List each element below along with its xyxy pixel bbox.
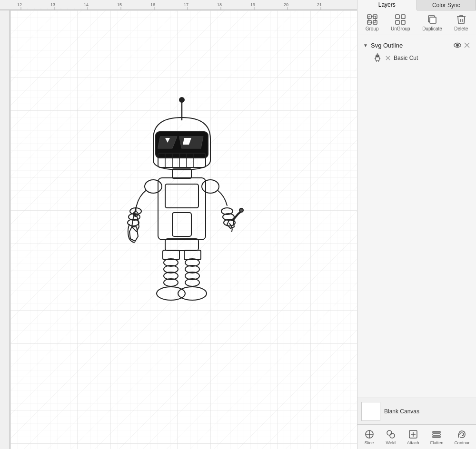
svg-text:13: 13	[50, 2, 55, 7]
svg-rect-61	[165, 239, 198, 251]
contour-button[interactable]: Contour	[452, 427, 471, 447]
svg-point-50	[145, 180, 162, 193]
svg-point-67	[157, 287, 185, 300]
ruler-top: 12 13 14 15 16 17 18 19 20 21	[0, 0, 357, 10]
slice-icon	[364, 429, 375, 439]
canvas-thumbnail-section: Blank Canvas	[357, 398, 476, 424]
svg-point-93	[377, 54, 378, 55]
layers-section: ▼ Svg Outline	[357, 35, 476, 398]
svg-rect-79	[396, 15, 399, 19]
canvas-thumbnail[interactable]	[361, 402, 380, 421]
svg-point-56	[202, 180, 219, 193]
canvas-area: 12 13 14 15 16 17 18 19 20 21	[0, 0, 357, 449]
svg-rect-109	[433, 434, 440, 435]
contour-icon	[456, 429, 467, 439]
robot-image[interactable]	[106, 91, 258, 339]
svg-point-60	[239, 208, 243, 212]
svg-rect-80	[401, 15, 405, 19]
delete-icon	[456, 14, 467, 25]
svg-text:14: 14	[84, 2, 89, 7]
attach-icon	[408, 429, 418, 439]
tab-layers[interactable]: Layers	[357, 0, 417, 10]
svg-text:16: 16	[150, 2, 155, 7]
svg-rect-68	[184, 250, 201, 260]
svg-text:18: 18	[217, 2, 222, 7]
svg-point-106	[390, 433, 395, 438]
svg-point-88	[456, 44, 459, 47]
svg-rect-110	[433, 436, 440, 438]
svg-rect-81	[396, 20, 399, 24]
svg-outline-group: ▼ Svg Outline	[357, 37, 476, 67]
flatten-button[interactable]: Flatten	[428, 427, 446, 447]
grid-canvas[interactable]	[10, 10, 357, 449]
svg-rect-84	[430, 17, 436, 23]
delete-button[interactable]: Delete	[451, 12, 471, 33]
svg-text:12: 12	[17, 2, 22, 7]
svg-point-73	[178, 287, 207, 300]
toolbar-row: Group UnGroup Duplicate	[357, 10, 476, 35]
basic-cut-icon	[373, 53, 382, 63]
attach-button[interactable]: Attach	[405, 427, 421, 447]
group-icon	[367, 14, 378, 25]
panel-tabs: Layers Color Sync	[357, 0, 476, 10]
weld-button[interactable]: Weld	[384, 427, 398, 447]
svg-text:17: 17	[184, 2, 188, 7]
slice-button[interactable]: Slice	[362, 427, 377, 447]
svg-rect-62	[163, 250, 179, 260]
ungroup-icon	[395, 14, 406, 25]
svg-point-38	[179, 98, 184, 102]
svg-rect-78	[369, 16, 376, 23]
close-layer-icon[interactable]	[464, 42, 470, 49]
svg-rect-74	[367, 15, 371, 19]
svg-rect-77	[373, 20, 377, 24]
duplicate-icon	[426, 14, 438, 25]
duplicate-button[interactable]: Duplicate	[419, 12, 445, 33]
group-button[interactable]: Group	[363, 12, 382, 33]
ruler-left	[0, 10, 10, 449]
svg-rect-76	[367, 20, 371, 24]
svg-rect-75	[373, 15, 377, 19]
tab-color-sync[interactable]: Color Sync	[417, 0, 476, 10]
svg-text:20: 20	[284, 2, 288, 7]
expand-arrow-icon: ▼	[363, 43, 369, 48]
svg-rect-82	[401, 20, 405, 24]
close-item-icon[interactable]	[385, 55, 391, 61]
flatten-icon	[431, 429, 442, 439]
svg-text:19: 19	[250, 2, 255, 7]
basic-cut-layer-item[interactable]: Basic Cut	[361, 51, 472, 65]
svg-rect-48	[165, 184, 198, 208]
svg-rect-49	[172, 213, 191, 236]
ungroup-button[interactable]: UnGroup	[388, 12, 413, 33]
bottom-toolbar: Slice Weld Attach Flatten	[357, 424, 476, 449]
svg-text:21: 21	[317, 2, 322, 7]
visibility-toggle-icon[interactable]	[453, 41, 462, 49]
right-panel: Layers Color Sync Group UnGroup	[357, 0, 476, 449]
svg-rect-108	[433, 431, 440, 433]
svg-point-105	[387, 430, 392, 435]
svg-outline-header[interactable]: ▼ Svg Outline	[361, 39, 472, 51]
svg-rect-95	[376, 56, 379, 57]
svg-text:15: 15	[117, 2, 122, 7]
weld-icon	[386, 429, 396, 439]
